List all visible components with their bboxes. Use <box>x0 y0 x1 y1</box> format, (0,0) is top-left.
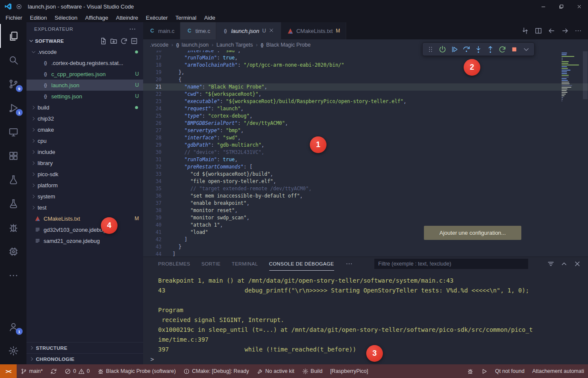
tree-item-settings-json[interactable]: {}settings.jsonU <box>26 91 143 102</box>
activity-remote-explorer[interactable] <box>0 120 26 144</box>
status-cmake-debug[interactable] <box>463 364 477 378</box>
tree-item-chip32[interactable]: chip32 <box>26 113 143 124</box>
close-panel-icon[interactable] <box>573 260 581 268</box>
menu-fichier[interactable]: Fichier <box>2 13 26 22</box>
status-launch-target[interactable]: [RaspberryPico] <box>326 364 372 378</box>
continue-button[interactable] <box>449 44 460 55</box>
panel-tab-sortie[interactable]: SORTIE <box>201 257 220 271</box>
activity-test-explorer[interactable] <box>0 192 26 216</box>
status-auto-attach[interactable]: Attachement automati <box>528 364 588 378</box>
tree-item-cpu[interactable]: cpu <box>26 135 143 146</box>
add-configuration-button[interactable]: Ajouter une configuration... <box>424 226 521 240</box>
power-button[interactable] <box>437 44 448 55</box>
new-folder-icon[interactable] <box>110 37 118 45</box>
minimize-button[interactable] <box>534 0 552 13</box>
status-cmake-status[interactable]: CMake: [Debug]: Ready <box>179 364 253 378</box>
activity-bug-tool[interactable] <box>0 216 26 239</box>
menu-edition[interactable]: Edition <box>26 13 51 22</box>
sidebar-more-icon[interactable] <box>129 25 136 33</box>
tree-item-cmakelists-txt[interactable]: CMakeLists.txtM <box>26 213 143 224</box>
menu-ex-cuter[interactable]: Exécuter <box>142 13 171 22</box>
panel-tab-console-de-d-bogage[interactable]: CONSOLE DE DÉBOGAGE <box>269 257 334 271</box>
editor-scrollbar[interactable] <box>583 51 588 99</box>
status-debug-config[interactable]: Black Magic Probe (software) <box>94 364 179 378</box>
tree-item-launch-json[interactable]: {}launch.jsonU <box>26 80 143 91</box>
more-actions-icon[interactable] <box>574 27 582 35</box>
breadcrumb-item-vscode[interactable]: .vscode <box>150 42 168 48</box>
console-input-chevron[interactable]: > <box>150 354 588 364</box>
tree-item-test[interactable]: test <box>26 202 143 213</box>
tree-item-build[interactable]: build <box>26 102 143 113</box>
go-back-icon[interactable] <box>548 27 556 35</box>
status-cmake-run[interactable] <box>477 364 491 378</box>
debug-filter-input[interactable] <box>374 259 528 269</box>
section-header-software[interactable]: SOFTWARE <box>26 36 143 46</box>
tab-cmakelists-txt[interactable]: CMakeLists.txtM <box>281 22 346 39</box>
new-file-icon[interactable] <box>100 37 107 45</box>
tree-item-library[interactable]: library <box>26 157 143 168</box>
step-out-button[interactable] <box>485 44 496 55</box>
code-editor[interactable]: 16 "interface": "swd",17 "runToMain": tr… <box>143 50 588 257</box>
more-debug-actions-button[interactable] <box>520 44 532 55</box>
panel-tab-terminal[interactable]: TERMINAL <box>232 257 258 271</box>
status-remote-indicator[interactable]: >< <box>0 364 17 378</box>
tree-item-vscode[interactable]: .vscode <box>26 46 143 57</box>
tree-item-gd32vf103-ozone-jdebug[interactable]: gd32vf103_ozone.jdebug <box>26 224 143 235</box>
section-header-chronologie[interactable]: CHRONOLOGIE <box>26 353 143 364</box>
activity-settings[interactable] <box>0 339 26 363</box>
status-cmake-build[interactable]: Build <box>298 364 326 378</box>
breadcrumb-item-launch-json[interactable]: launch.json <box>182 42 209 48</box>
tree-item-samd21-ozone-jdebug[interactable]: samd21_ozone.jdebug <box>26 235 143 246</box>
tree-item-system[interactable]: system <box>26 191 143 202</box>
tree-item-cortex-debug-registers-stat[interactable]: {}.cortex-debug.registers.stat... <box>26 57 143 68</box>
restart-button[interactable] <box>497 44 508 55</box>
split-editor-icon[interactable] <box>535 27 542 35</box>
menu-affichage[interactable]: Affichage <box>81 13 112 22</box>
status-git-branch[interactable]: main* <box>17 364 47 378</box>
maximize-button[interactable] <box>552 0 570 13</box>
tree-item-c-cpp-properties-json[interactable]: {}c_cpp_properties.jsonU <box>26 68 143 80</box>
collapse-folders-icon[interactable] <box>130 37 138 45</box>
minimap[interactable] <box>562 53 581 102</box>
go-forward-icon[interactable] <box>561 27 569 35</box>
filter-output-icon[interactable] <box>547 260 555 268</box>
tree-item-include[interactable]: include <box>26 146 143 157</box>
debug-console[interactable]: Breakpoint 1, main () at /mnt/data/git/o… <box>143 271 588 364</box>
section-header-structure[interactable]: STRUCTURE <box>26 342 143 353</box>
open-changes-icon[interactable] <box>521 27 529 35</box>
status-qt-status[interactable]: Qt not found <box>491 364 529 378</box>
refresh-explorer-icon[interactable] <box>120 37 128 45</box>
tab-launch-json[interactable]: {}launch.jsonU <box>216 22 281 39</box>
menu-s-lection[interactable]: Sélection <box>51 13 81 22</box>
maximize-panel-icon[interactable] <box>560 260 568 268</box>
activity-source-control[interactable]: 9 <box>0 72 26 96</box>
status-problems[interactable]: 00 <box>61 364 94 378</box>
activity-explorer[interactable] <box>0 24 26 48</box>
stop-button[interactable] <box>509 44 520 55</box>
activity-run-debug[interactable]: 1 <box>0 96 26 120</box>
step-over-button[interactable] <box>461 44 472 55</box>
activity-peripherals[interactable] <box>0 239 26 263</box>
activity-search[interactable] <box>0 48 26 72</box>
panel-more-icon[interactable] <box>345 260 353 268</box>
close-button[interactable] <box>570 0 588 13</box>
breadcrumb-item-launch-targets[interactable]: Launch Targets <box>216 42 253 48</box>
menu-aide[interactable]: Aide <box>200 13 219 22</box>
drag-handle-button[interactable] <box>425 44 436 55</box>
status-cmake-kit[interactable]: No active kit <box>253 364 298 378</box>
activity-extensions[interactable] <box>0 144 26 168</box>
tree-item-platform[interactable]: platform <box>26 180 143 191</box>
tree-item-cmake[interactable]: cmake <box>26 124 143 135</box>
tab-time-c[interactable]: Ctime.c <box>180 22 216 39</box>
step-into-button[interactable] <box>473 44 484 55</box>
activity-more-views[interactable] <box>0 263 26 287</box>
tree-item-pico-sdk[interactable]: pico-sdk <box>26 168 143 180</box>
menu-atteindre[interactable]: Atteindre <box>112 13 142 22</box>
activity-testing[interactable] <box>0 168 26 192</box>
breadcrumb-item-black-magic-probe[interactable]: Black Magic Probe <box>266 42 311 48</box>
menu-terminal[interactable]: Terminal <box>172 13 200 22</box>
status-sync-changes[interactable] <box>47 364 61 378</box>
tab-main-c[interactable]: Cmain.c <box>143 22 180 39</box>
panel-tab-probl-mes[interactable]: PROBLÈMES <box>158 257 190 271</box>
close-tab-icon[interactable] <box>268 27 275 34</box>
